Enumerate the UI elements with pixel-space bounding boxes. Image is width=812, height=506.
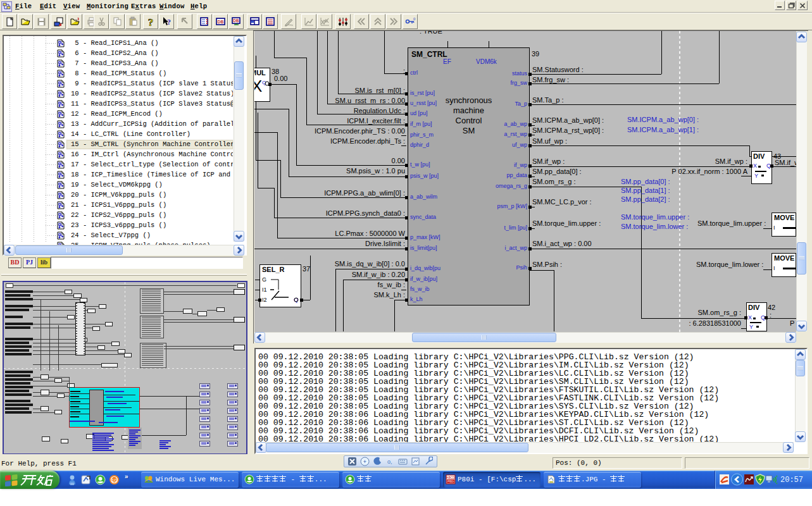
svg-text:P80i: P80i: [447, 479, 454, 483]
svg-text:DB: DB: [217, 20, 223, 24]
svg-text:?: ?: [167, 18, 171, 27]
svg-text:+: +: [363, 459, 366, 465]
svg-text:0: 0: [413, 17, 416, 21]
svg-text:o,: o,: [387, 459, 392, 465]
svg-text:10: 10: [111, 478, 117, 483]
svg-text:DB: DB: [233, 18, 239, 23]
svg-text:?: ?: [148, 16, 154, 27]
